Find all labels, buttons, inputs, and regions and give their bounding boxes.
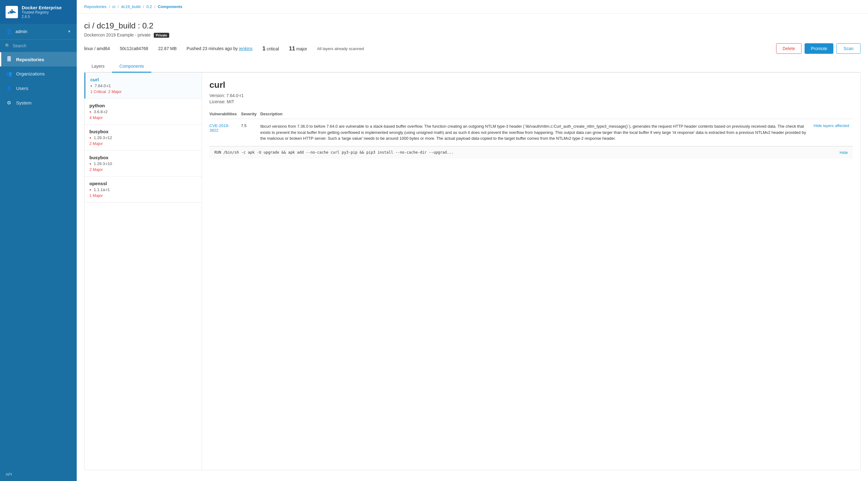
user-icon: 👤 <box>6 28 12 35</box>
repo-description: Dockercon 2019 Example - private Private <box>84 32 861 38</box>
breadcrumb-ci[interactable]: ci <box>112 4 115 9</box>
sidebar-header-text: Docker Enterprise Trusted Registry 2.6.5 <box>22 5 62 19</box>
pusher-link[interactable]: jenkins <box>239 46 253 51</box>
tab-components[interactable]: Components <box>112 61 151 73</box>
vuln-description: libcurl versions from 7.36.0 to before 7… <box>260 119 814 146</box>
col-header-desc: Description <box>260 109 814 119</box>
col-header-vuln: Vulnerabilities <box>210 109 241 119</box>
comp-version: 3.6.8-r2 <box>94 109 107 114</box>
action-buttons: Delete Promote Scan <box>776 43 861 54</box>
organizations-icon: 👥 <box>6 71 12 77</box>
cve-link[interactable]: CVE-2019-3822 <box>210 123 229 133</box>
repositories-icon: 🗄 <box>6 57 12 62</box>
tabs: Layers Components <box>84 61 861 73</box>
component-item-python[interactable]: python ● 3.6.8-r2 4 Major <box>85 99 202 125</box>
repo-pushed-info: Pushed 23 minutes ago by jenkins <box>187 46 252 51</box>
username-label: admin <box>16 29 64 34</box>
visibility-badge: Private <box>154 33 169 38</box>
component-detail: curl Version: 7.64.0-r1 License: MIT Vul… <box>202 73 860 470</box>
main-content: Repositories / ci / dc19_build / 0.2 / C… <box>77 0 868 481</box>
command-text: RUN /bin/sh -c apk -U upgrade && apk add… <box>214 150 454 155</box>
panel-layout: curl ● 7.64.0-r1 1 Critical 2 Major pyth… <box>84 73 861 470</box>
col-header-severity: Severity <box>241 109 260 119</box>
vulnerabilities-table: Vulnerabilities Severity Description CVE… <box>210 109 853 146</box>
breadcrumb-repositories[interactable]: Repositories <box>84 4 106 9</box>
docker-logo-icon <box>6 6 18 18</box>
severity-dot: ● <box>90 84 92 88</box>
severity-dot: ● <box>89 162 91 165</box>
comp-name: busybox <box>89 155 197 160</box>
detail-title: curl <box>210 80 853 90</box>
critical-count: 1 critical <box>262 45 279 52</box>
component-item-busybox1[interactable]: busybox ● 1.29.3-r12 2 Major <box>85 125 202 151</box>
users-icon: 👤 <box>6 85 12 91</box>
severity-dot: ● <box>89 188 91 191</box>
app-title: Docker Enterprise <box>22 5 62 10</box>
component-item-openssl[interactable]: openssl ● 1.1.1a-r1 1 Major <box>85 177 202 202</box>
repo-meta-row: linux / amd64 50c12ca84768 22.87 MB Push… <box>84 43 861 54</box>
comp-vulns: 2 Major <box>89 167 197 172</box>
hide-layers-link[interactable]: Hide layers affected <box>813 123 849 128</box>
bottom-command-bar: RUN /bin/sh -c apk -U upgrade && apk add… <box>210 146 853 159</box>
cve-id: CVE-2019-3822 <box>210 119 241 146</box>
repo-arch: linux / amd64 <box>84 46 110 51</box>
tab-layers[interactable]: Layers <box>84 61 112 73</box>
sidebar-item-label: Organizations <box>16 71 45 76</box>
comp-name: curl <box>90 77 197 82</box>
severity-dot: ● <box>89 110 91 114</box>
comp-vulns: 1 Major <box>89 193 197 198</box>
comp-version: 7.64.0-r1 <box>95 84 111 88</box>
comp-version: 1.29.3-r10 <box>94 161 112 166</box>
component-item-curl[interactable]: curl ● 7.64.0-r1 1 Critical 2 Major <box>85 73 202 99</box>
system-icon: ⚙ <box>6 100 12 106</box>
chevron-down-icon: ▼ <box>67 29 71 34</box>
major-count: 11 major <box>289 45 307 52</box>
sidebar-search-bar[interactable]: 🔍 <box>0 39 77 52</box>
repo-title: ci / dc19_build : 0.2 <box>84 21 861 31</box>
scan-status: All layers already scanned <box>317 46 364 51</box>
severity-value: 7.5 <box>241 119 260 146</box>
sidebar-item-repositories[interactable]: 🗄 Repositories <box>0 52 77 66</box>
sidebar: Docker Enterprise Trusted Registry 2.6.5… <box>0 0 77 481</box>
content-area: ci / dc19_build : 0.2 Dockercon 2019 Exa… <box>77 13 868 481</box>
search-icon: 🔍 <box>5 43 10 48</box>
comp-name: openssl <box>89 181 197 186</box>
vuln-row: CVE-2019-3822 7.5 libcurl versions from … <box>210 119 853 146</box>
sidebar-item-label: Repositories <box>16 57 44 62</box>
repo-hash: 50c12ca84768 <box>120 46 148 51</box>
breadcrumb-current: Components <box>158 4 182 9</box>
component-list: curl ● 7.64.0-r1 1 Critical 2 Major pyth… <box>85 73 202 470</box>
sidebar-item-system[interactable]: ⚙ System <box>0 96 77 110</box>
comp-vulns: 1 Critical 2 Major <box>90 89 197 94</box>
sidebar-nav: 🗄 Repositories 👥 Organizations 👤 Users ⚙… <box>0 52 77 468</box>
sidebar-item-label: System <box>16 100 32 105</box>
col-header-actions <box>813 109 853 119</box>
detail-version: Version: 7.64.0-r1 <box>210 93 853 98</box>
comp-version: 1.1.1a-r1 <box>94 187 110 192</box>
delete-button[interactable]: Delete <box>776 43 802 54</box>
hide-layers-cell: Hide layers affected <box>813 119 853 146</box>
api-link[interactable]: API <box>0 468 77 481</box>
breadcrumb: Repositories / ci / dc19_build / 0.2 / C… <box>77 0 868 13</box>
repo-size: 22.87 MB <box>158 46 177 51</box>
app-subtitle: Trusted Registry 2.6.5 <box>22 10 62 19</box>
sidebar-item-users[interactable]: 👤 Users <box>0 81 77 96</box>
scan-button[interactable]: Scan <box>836 43 861 54</box>
sidebar-item-organizations[interactable]: 👥 Organizations <box>0 66 77 81</box>
severity-dot: ● <box>89 136 91 139</box>
sidebar-item-label: Users <box>16 86 28 91</box>
promote-button[interactable]: Promote <box>805 43 833 54</box>
comp-name: python <box>89 103 197 108</box>
detail-license: License: MIT <box>210 99 853 104</box>
component-item-busybox2[interactable]: busybox ● 1.29.3-r10 2 Major <box>85 151 202 177</box>
breadcrumb-dc19build[interactable]: dc19_build <box>121 4 141 9</box>
svg-rect-5 <box>11 9 13 10</box>
search-input[interactable] <box>13 43 72 48</box>
comp-vulns: 4 Major <box>89 115 197 120</box>
comp-version: 1.29.3-r12 <box>94 135 112 140</box>
hide-command-link[interactable]: Hide <box>840 150 848 155</box>
comp-vulns: 2 Major <box>89 141 197 146</box>
sidebar-header: Docker Enterprise Trusted Registry 2.6.5 <box>0 0 77 24</box>
breadcrumb-tag[interactable]: 0.2 <box>146 4 152 9</box>
user-menu[interactable]: 👤 admin ▼ <box>0 24 77 39</box>
